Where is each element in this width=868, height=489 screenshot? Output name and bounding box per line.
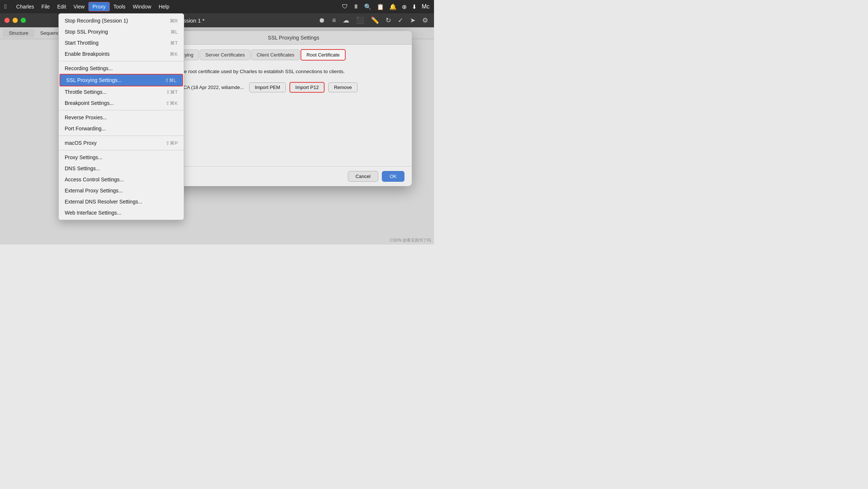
menubar-tools[interactable]: Tools: [110, 2, 129, 11]
sep4: [59, 150, 184, 150]
tab-server-certs[interactable]: Server Certificates: [200, 49, 250, 60]
remove-button[interactable]: Remove: [328, 82, 357, 92]
menubar-edit[interactable]: Edit: [54, 2, 70, 11]
watermark: CSDN @看见我书了吗: [390, 237, 431, 243]
menu-breakpoint-settings[interactable]: Breakpoint Settings... ⇧⌘K: [59, 98, 184, 109]
menu-proxy-settings[interactable]: Proxy Settings...: [59, 152, 184, 163]
import-pem-button[interactable]: Import PEM: [249, 82, 286, 92]
menu-ssl-proxying-settings[interactable]: SSL Proxying Settings... ⇧⌘L: [60, 74, 183, 86]
menu-reverse-proxies[interactable]: Reverse Proxies...: [59, 112, 184, 123]
icon4: 📋: [377, 3, 384, 10]
cert-row: Proxyman CA (18 Apr 2022, wiliamde... Im…: [160, 82, 404, 93]
ok-button[interactable]: OK: [382, 171, 404, 182]
sep3: [59, 136, 184, 136]
menubar-file[interactable]: File: [38, 2, 54, 11]
menu-external-proxy[interactable]: External Proxy Settings...: [59, 185, 184, 196]
icon7: ⬇: [412, 3, 417, 10]
dialog-description: Manage the root certificate used by Char…: [160, 68, 404, 75]
close-button[interactable]: [4, 18, 10, 23]
pen-icon[interactable]: ✏️: [371, 16, 379, 24]
menu-web-interface[interactable]: Web Interface Settings...: [59, 207, 184, 218]
refresh-icon[interactable]: ↻: [386, 16, 391, 24]
icon5: 🔔: [389, 3, 397, 10]
toolbar-icons: ⏺ ≡ ☁ ⬛ ✏️ ↻ ✓ ➤ ⚙: [313, 16, 434, 24]
menubar-charles[interactable]: Charles: [13, 2, 38, 11]
dialog-title: SSL Proxying Settings: [181, 35, 406, 41]
cloud-icon[interactable]: ☁: [343, 16, 349, 24]
menu-stop-ssl[interactable]: Stop SSL Proxying ⌘L: [59, 26, 184, 37]
menubar-help[interactable]: Help: [155, 2, 173, 11]
menu-access-control[interactable]: Access Control Settings...: [59, 174, 184, 185]
sep1: [59, 61, 184, 61]
menu-external-dns[interactable]: External DNS Resolver Settings...: [59, 196, 184, 207]
icon2: ⏸: [353, 3, 359, 10]
menu-throttle-settings[interactable]: Throttle Settings... ⇧⌘T: [59, 86, 184, 98]
ssl-proxying-dialog: SSL Proxying Settings SSL Proxying Serve…: [153, 31, 412, 186]
maximize-button[interactable]: [21, 18, 26, 23]
minimize-button[interactable]: [13, 18, 18, 23]
dialog-footer: ? Cancel OK: [153, 166, 412, 186]
clear-icon[interactable]: ≡: [332, 17, 336, 24]
tab-client-certs[interactable]: Client Certificates: [251, 49, 300, 60]
check-icon[interactable]: ✓: [398, 16, 403, 24]
menu-macos-proxy[interactable]: macOS Proxy ⇧⌘P: [59, 137, 184, 148]
apple-menu[interactable]: : [4, 3, 7, 10]
settings-icon[interactable]: ⚙: [422, 16, 428, 24]
menubar-window[interactable]: Window: [129, 2, 155, 11]
record-icon[interactable]: ⏺: [319, 17, 325, 24]
menubar-right-icons: 🛡 ⏸ 🔍 📋 🔔 ⊕ ⬇ Mc: [342, 3, 430, 10]
tab-root-cert[interactable]: Root Certificate: [301, 49, 346, 61]
dialog-titlebar: SSL Proxying Settings: [153, 31, 412, 45]
dialog-content: Manage the root certificate used by Char…: [153, 61, 412, 166]
dialog-footer-right: Cancel OK: [348, 171, 404, 182]
menu-stop-recording[interactable]: Stop Recording (Session 1) ⌘R: [59, 15, 184, 26]
import-p12-button[interactable]: Import P12: [289, 82, 325, 93]
menu-port-forwarding[interactable]: Port Forwarding...: [59, 123, 184, 134]
traffic-lights: [0, 13, 30, 27]
menubar-proxy[interactable]: Proxy: [88, 2, 110, 11]
menubar-view[interactable]: View: [70, 2, 88, 11]
cancel-button[interactable]: Cancel: [348, 171, 378, 182]
dialog-tabs: SSL Proxying Server Certificates Client …: [153, 45, 412, 61]
icon6: ⊕: [402, 3, 407, 10]
menu-dns-settings[interactable]: DNS Settings...: [59, 163, 184, 174]
menu-start-throttling[interactable]: Start Throttling ⌘T: [59, 37, 184, 48]
icon3: 🔍: [364, 3, 372, 10]
menu-enable-breakpoints[interactable]: Enable Breakpoints ⌘K: [59, 48, 184, 59]
proxy-dropdown-menu: Stop Recording (Session 1) ⌘R Stop SSL P…: [58, 13, 184, 220]
icon8: Mc: [422, 3, 430, 10]
icon1: 🛡: [342, 3, 348, 10]
menubar:  Charles File Edit View Proxy Tools Win…: [0, 0, 434, 13]
tab-structure[interactable]: Structure: [3, 29, 34, 37]
send-icon[interactable]: ➤: [410, 16, 416, 24]
sep2: [59, 110, 184, 110]
menu-recording-settings[interactable]: Recording Settings...: [59, 63, 184, 74]
stop-icon[interactable]: ⬛: [356, 16, 364, 24]
